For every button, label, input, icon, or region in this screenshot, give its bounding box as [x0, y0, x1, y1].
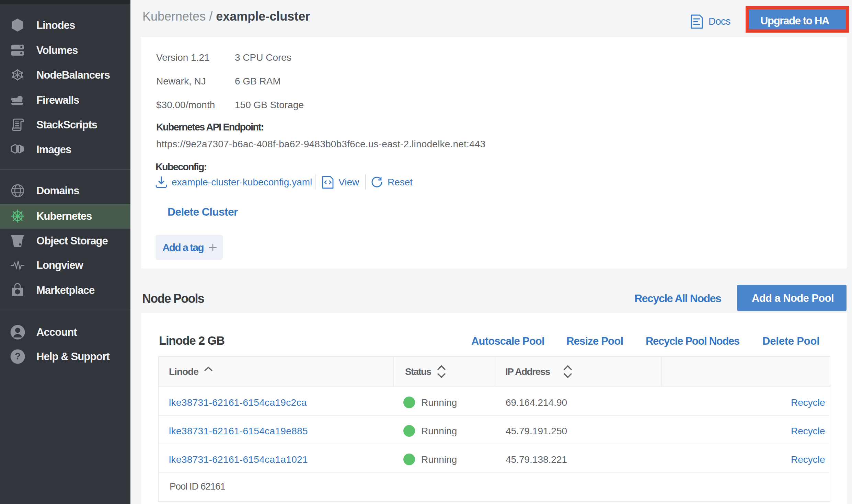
svg-text:?: ? — [15, 351, 21, 362]
